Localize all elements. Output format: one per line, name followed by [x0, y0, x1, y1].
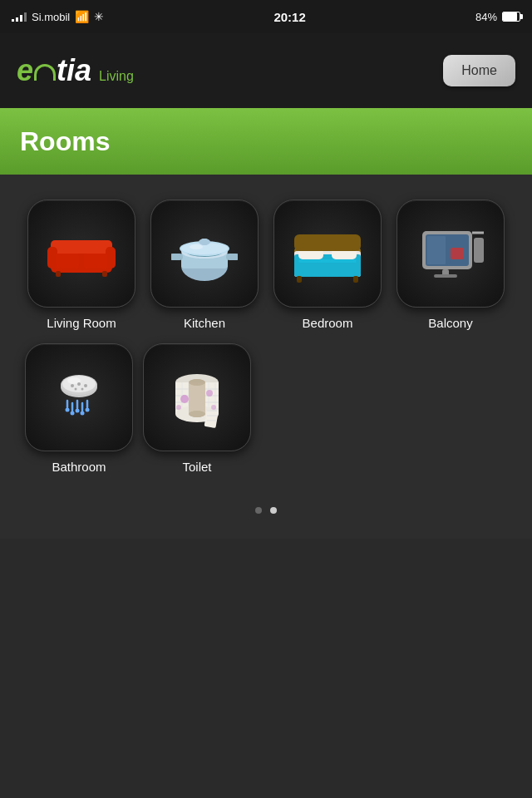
logo-living: Living: [99, 69, 134, 84]
logo-t: tia: [57, 53, 91, 88]
svg-rect-17: [226, 254, 238, 260]
svg-point-74: [180, 395, 189, 403]
logo-text: e tia: [17, 53, 91, 88]
pagination-dot-1[interactable]: [255, 507, 262, 514]
room-item-bathroom[interactable]: Bathroom: [25, 343, 133, 474]
time-label: 20:12: [273, 10, 305, 24]
svg-rect-7: [102, 271, 107, 277]
rooms-row-2: Bathroom: [25, 343, 507, 474]
signal-bars-icon: [12, 12, 27, 22]
room-item-bedroom[interactable]: Bedroom: [271, 200, 384, 330]
status-right: 84%: [475, 11, 520, 23]
room-label-kitchen: Kitchen: [184, 316, 225, 330]
svg-point-72: [189, 411, 205, 417]
spinner-icon: ✳: [94, 10, 104, 23]
svg-rect-4: [56, 254, 79, 268]
svg-point-49: [81, 411, 85, 416]
rooms-row-1: Living Room: [25, 200, 507, 330]
svg-rect-6: [56, 271, 61, 277]
room-icon-balcony: [397, 200, 505, 308]
app-header: e tia Living Home: [0, 33, 532, 108]
rooms-banner: Rooms: [0, 108, 532, 175]
battery-percent: 84%: [475, 11, 497, 23]
room-label-toilet: Toilet: [182, 460, 211, 474]
svg-rect-35: [474, 238, 484, 263]
balcony-tv-icon: [416, 224, 486, 283]
svg-point-52: [77, 382, 81, 386]
room-label-bathroom: Bathroom: [52, 460, 106, 474]
shower-icon: [46, 364, 112, 431]
sofa-icon: [44, 229, 119, 278]
svg-rect-32: [451, 248, 464, 259]
rooms-title: Rooms: [20, 126, 110, 157]
room-icon-living-room: [27, 200, 135, 308]
svg-point-51: [71, 384, 74, 387]
room-label-balcony: Balcony: [428, 316, 472, 330]
svg-point-76: [176, 405, 181, 410]
svg-point-50: [86, 408, 90, 412]
room-item-toilet[interactable]: Toilet: [143, 343, 251, 474]
room-icon-kitchen: [150, 200, 259, 308]
svg-rect-15: [201, 239, 208, 245]
svg-point-73: [189, 379, 205, 386]
room-item-balcony[interactable]: Balcony: [394, 200, 507, 330]
svg-point-18: [190, 244, 203, 249]
pot-icon: [171, 220, 238, 287]
svg-rect-24: [294, 234, 361, 251]
room-icon-bathroom: [25, 343, 133, 451]
svg-point-75: [206, 390, 213, 397]
room-icon-toilet: [143, 343, 251, 451]
status-bar: Si.mobil 📶 ✳ 20:12 84%: [0, 0, 532, 33]
room-item-kitchen[interactable]: Kitchen: [148, 200, 261, 330]
room-item-living-room[interactable]: Living Room: [25, 200, 138, 330]
room-label-living-room: Living Room: [47, 316, 116, 330]
pagination: [25, 507, 507, 514]
svg-point-55: [81, 388, 84, 391]
room-label-bedroom: Bedroom: [303, 316, 353, 330]
bed-icon: [290, 224, 365, 283]
room-icon-bedroom: [273, 200, 382, 308]
status-left: Si.mobil 📶 ✳: [12, 10, 104, 23]
svg-rect-1: [51, 240, 112, 254]
logo-arch-icon: [34, 64, 56, 81]
svg-rect-31: [434, 274, 457, 278]
pagination-dot-2[interactable]: [270, 507, 277, 514]
rooms-grid-area: Living Room: [0, 175, 532, 539]
svg-point-48: [76, 409, 80, 413]
app-logo: e tia Living: [17, 53, 134, 88]
battery-icon: [502, 12, 520, 22]
home-button[interactable]: Home: [443, 55, 515, 86]
svg-point-46: [66, 408, 70, 412]
svg-point-47: [71, 411, 75, 416]
svg-rect-71: [189, 382, 205, 414]
svg-rect-16: [171, 254, 183, 260]
carrier-label: Si.mobil: [32, 11, 70, 23]
toilet-roll-icon: [164, 364, 230, 431]
svg-rect-5: [84, 254, 107, 268]
svg-rect-25: [297, 276, 302, 283]
wifi-icon: 📶: [75, 10, 89, 23]
svg-point-77: [211, 405, 216, 410]
logo-e: e: [17, 53, 33, 88]
svg-rect-27: [298, 259, 357, 263]
svg-point-53: [84, 384, 87, 387]
svg-rect-26: [353, 276, 358, 283]
svg-point-54: [75, 388, 77, 391]
